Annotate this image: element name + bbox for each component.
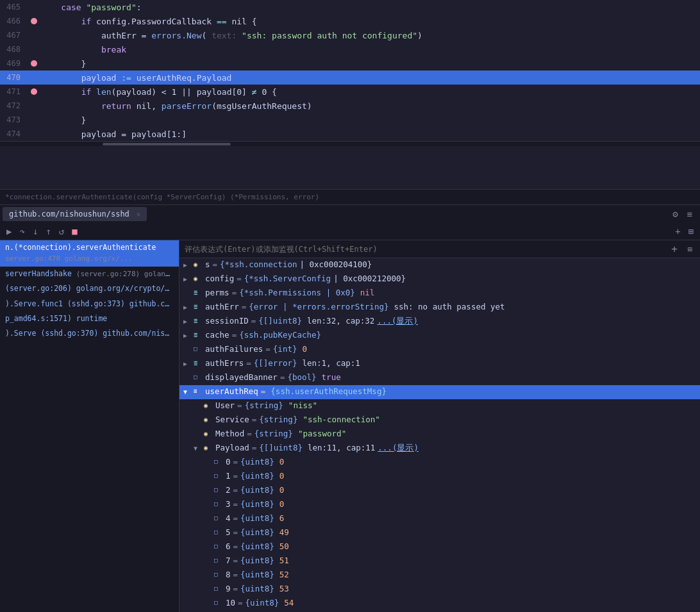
- menu-icon[interactable]: ≡: [685, 208, 695, 220]
- expand-autherrs[interactable]: ▶: [183, 358, 194, 367]
- var-icon-s: ◉: [194, 260, 205, 268]
- var-name-p3: 3: [226, 499, 231, 509]
- breakpoint-469[interactable]: [31, 60, 37, 67]
- code-line-470: 470 payload := userAuthReq.Payload: [0, 70, 700, 85]
- expand-autherr[interactable]: ▶: [183, 302, 194, 311]
- var-type-service: {string}: [259, 415, 297, 424]
- var-name-perms: perms: [205, 288, 229, 297]
- debug-toolbar: ▶ ↷ ↓ ↑ ↺ ■ + ⊞: [0, 222, 700, 240]
- var-row-userauthreq[interactable]: ▼ ≡ userAuthReq = {ssh.userAuthRequestMs…: [179, 385, 700, 399]
- var-row-payload[interactable]: ▼ ◉ Payload = {[]uint8} len:11, cap:11 .…: [179, 442, 700, 456]
- var-icon-payload: ◉: [204, 443, 215, 451]
- cs-file-2: (server.go:278) golang.org/x/c...: [76, 269, 179, 278]
- var-row-service[interactable]: ▶ ◉ Service = {string} "ssh-connection": [179, 413, 700, 427]
- var-row-sessionid[interactable]: ▶ ≡ sessionID = {[]uint8} len:32, cap:32…: [179, 315, 700, 329]
- btn-resume[interactable]: ▶: [4, 225, 14, 238]
- var-eq-p8: =: [233, 570, 238, 579]
- var-eq-p1: =: [233, 471, 238, 481]
- call-stack-item-4[interactable]: ).Serve.func1 (sshd.go:373) github.com/n…: [0, 297, 179, 311]
- btn-add-watch[interactable]: +: [672, 225, 683, 238]
- var-row-p8[interactable]: ▶ □ 8 = {uint8} 52: [179, 568, 700, 583]
- cs-fn-5: p_amd64.s:1571) runtime: [5, 314, 107, 323]
- var-name-p8: 8: [226, 570, 231, 579]
- var-icon-perms: ≡: [194, 288, 205, 296]
- call-stack-item-6[interactable]: ).Serve (sshd.go:370) github.com/nishous…: [0, 326, 179, 341]
- call-stack-item-5[interactable]: p_amd64.s:1571) runtime: [0, 311, 179, 326]
- call-stack-panel: n.(*connection).serverAuthenticate serve…: [0, 240, 179, 612]
- expand-userauthreq[interactable]: ▼: [183, 386, 194, 395]
- var-row-p6[interactable]: ▶ □ 6 = {uint8} 50: [179, 540, 700, 554]
- var-val-config: | 0xc000212000}: [333, 274, 406, 283]
- var-row-cache[interactable]: ▶ ≡ cache = {ssh.pubKeyCache}: [179, 329, 700, 343]
- btn-step-out[interactable]: ↑: [43, 225, 53, 238]
- var-link-payload[interactable]: ...(显示): [378, 443, 419, 454]
- code-content-473: }: [41, 115, 86, 125]
- var-link-sessionid[interactable]: ...(显示): [377, 316, 418, 327]
- cs-fn-3: (server.go:206) golang.org/x/crypto/ssh: [5, 284, 178, 293]
- var-row-user[interactable]: ▶ ◉ User = {string} "niss": [179, 399, 700, 413]
- expand-payload[interactable]: ▼: [194, 443, 204, 452]
- var-row-p4[interactable]: ▶ □ 4 = {uint8} 6: [179, 512, 700, 526]
- scrollbar-thumb[interactable]: [103, 143, 231, 145]
- line-number-468: 468: [5, 45, 31, 54]
- tab-close-btn[interactable]: ×: [137, 211, 140, 218]
- var-type-autherr: {error | *errors.errorString}: [249, 302, 388, 311]
- expand-sessionid[interactable]: ▶: [183, 316, 194, 325]
- var-row-autherrs[interactable]: ▶ ≡ authErrs = {[]error} len:1, cap:1: [179, 357, 700, 371]
- tab-bar: github.com/nishoushun/sshd × ⚙ ≡: [0, 204, 700, 222]
- var-row-p3[interactable]: ▶ □ 3 = {uint8} 0: [179, 498, 700, 512]
- var-row-s[interactable]: ▶ ◉ s = {*ssh.connection | 0xc000204100}: [179, 258, 700, 272]
- var-row-p5[interactable]: ▶ □ 5 = {uint8} 49: [179, 526, 700, 540]
- expr-add-icon[interactable]: +: [669, 243, 680, 255]
- btn-layout[interactable]: ⊞: [686, 225, 696, 238]
- var-row-p9[interactable]: ▶ □ 9 = {uint8} 53: [179, 583, 700, 597]
- var-name-p2: 2: [226, 485, 231, 495]
- breakpoint-466[interactable]: [31, 18, 37, 24]
- expr-layout-icon[interactable]: ⊞: [685, 245, 695, 254]
- var-type-p1: {uint8}: [240, 471, 274, 481]
- expand-s[interactable]: ▶: [183, 260, 194, 269]
- code-content-474: payload = payload[1:]: [41, 129, 187, 139]
- btn-step-over[interactable]: ↷: [17, 225, 27, 238]
- var-val-sessionid: len:32, cap:32: [307, 316, 374, 326]
- var-row-autherr[interactable]: ▶ ≡ authErr = {error | *errors.errorStri…: [179, 301, 700, 315]
- var-icon-service: ◉: [204, 415, 215, 423]
- var-icon-p8: □: [214, 570, 226, 577]
- var-icon-method: ◉: [204, 429, 215, 437]
- line-number-465: 465: [5, 3, 31, 12]
- var-row-p0[interactable]: ▶ □ 0 = {uint8} 0: [179, 456, 700, 470]
- var-eq-method: =: [247, 429, 252, 438]
- var-name-method: Method: [215, 429, 244, 438]
- var-row-displayedbanner[interactable]: ▶ □ displayedBanner = {bool} true: [179, 371, 700, 385]
- var-row-authfailures[interactable]: ▶ □ authFailures = {int} 0: [179, 343, 700, 357]
- breakpoint-471[interactable]: [31, 88, 37, 95]
- btn-restart[interactable]: ↺: [56, 225, 67, 238]
- var-row-p2[interactable]: ▶ □ 2 = {uint8} 0: [179, 484, 700, 498]
- expand-config[interactable]: ▶: [183, 274, 194, 283]
- var-row-perms[interactable]: ▶ ≡ perms = {*ssh.Permissions | 0x0} nil: [179, 286, 700, 301]
- var-val-p2: 0: [279, 485, 285, 495]
- var-type-userauthreq: {ssh.userAuthRequestMsg}: [271, 386, 387, 396]
- var-row-p1[interactable]: ▶ □ 1 = {uint8} 0: [179, 470, 700, 484]
- btn-stop[interactable]: ■: [69, 225, 79, 238]
- var-eq-config: =: [237, 274, 242, 283]
- var-row-p10[interactable]: ▶ □ 10 = {uint8} 54: [179, 597, 700, 611]
- call-stack-item-3[interactable]: (server.go:206) golang.org/x/crypto/ssh: [0, 281, 179, 296]
- var-eq-perms: =: [232, 288, 237, 297]
- var-row-method[interactable]: ▶ ◉ Method = {string} "password": [179, 427, 700, 442]
- settings-icon[interactable]: ⚙: [670, 208, 680, 220]
- btn-step-into[interactable]: ↓: [30, 225, 40, 238]
- var-eq-p6: =: [233, 542, 238, 551]
- var-type-cache: {ssh.pubKeyCache}: [239, 330, 321, 340]
- var-row-p7[interactable]: ▶ □ 7 = {uint8} 51: [179, 554, 700, 568]
- code-scrollbar[interactable]: [0, 141, 700, 146]
- tab-active[interactable]: github.com/nishoushun/sshd ×: [3, 207, 147, 221]
- var-type-p7: {uint8}: [240, 556, 274, 565]
- call-stack-item-2[interactable]: serverHandshake (server.go:278) golang.o…: [0, 267, 179, 282]
- expand-cache[interactable]: ▶: [183, 330, 194, 339]
- var-row-config[interactable]: ▶ ◉ config = {*ssh.ServerConfig | 0xc000…: [179, 272, 700, 286]
- call-stack-item-1[interactable]: n.(*connection).serverAuthenticate serve…: [0, 240, 179, 267]
- breadcrumb: *connection.serverAuthenticate(config *S…: [0, 189, 700, 204]
- var-icon-config: ◉: [194, 274, 205, 282]
- expression-input[interactable]: [185, 245, 663, 254]
